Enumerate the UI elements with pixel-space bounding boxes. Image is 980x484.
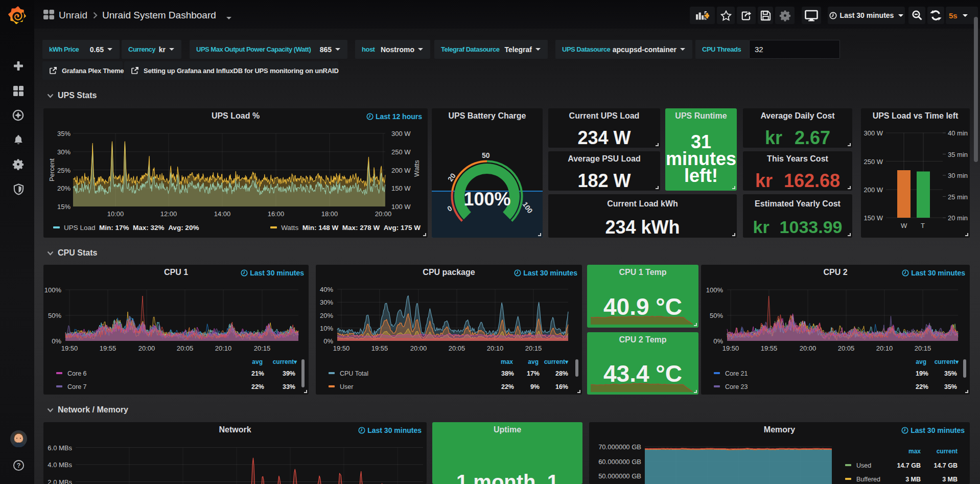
svg-text:?: ?: [17, 462, 21, 469]
